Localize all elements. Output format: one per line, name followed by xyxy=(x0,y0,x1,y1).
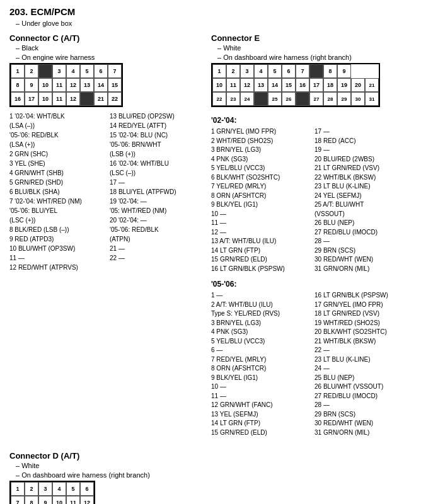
e-pin-19: 19 xyxy=(337,78,351,92)
pin-item: (LSA (–)) xyxy=(9,122,105,130)
list-item: 30 RED/WHT (WEN) xyxy=(314,255,412,265)
list-item: 11 — xyxy=(211,392,308,401)
list-item: 15 GRN/RED (ELD) xyxy=(211,428,308,438)
pin-item: (LSC (–)) xyxy=(110,169,205,178)
list-item: 22 WHT/BLK (BKSW) xyxy=(314,173,412,183)
d-pin-10: 10 xyxy=(52,496,66,504)
pin-item: 9 RED (ATPD3) xyxy=(9,235,105,244)
connector-c-title: Connector C (A/T) xyxy=(9,33,205,43)
pin-item: '05: WHT/RED (NM) xyxy=(110,207,205,215)
main-content: Connector C (A/T) – Black – On engine wi… xyxy=(9,33,412,444)
pin-item: (LSB (+)) xyxy=(110,150,205,159)
page-location: – Under glove box xyxy=(16,20,412,27)
pin-22: 22 xyxy=(108,92,122,106)
list-item: 20 BLK/WHT (SO2SHTC) xyxy=(314,328,412,337)
list-item: 14 LT GRN (FTP) xyxy=(211,419,308,428)
e-pin-8: 8 xyxy=(323,64,337,78)
list-item: 24 YEL (SEFMJ) xyxy=(314,192,412,201)
e-pin-11: 11 xyxy=(226,78,240,92)
year-0506-col2: 16 LT GRN/BLK (PSPSW)17 GRN/YEL (IMO FPR… xyxy=(314,291,412,437)
connector-c-location: – On engine wire harness xyxy=(16,54,205,61)
d-pin-3: 3 xyxy=(38,482,52,496)
e-pin-1: 1 xyxy=(212,64,226,78)
e-pin-21: 21 xyxy=(365,78,379,92)
d-pin-9: 9 xyxy=(38,496,52,504)
list-item: 19 — xyxy=(314,146,412,155)
e-pin-30: 30 xyxy=(351,92,365,106)
pin-item: 21 — xyxy=(110,244,205,253)
list-item: 26 BLU (NEP) xyxy=(314,219,412,228)
connector-e-row1: 1 2 3 4 5 6 7 8 9 xyxy=(212,64,379,78)
connector-e-diagram: 1 2 3 4 5 6 7 8 9 10 11 12 13 14 15 16 1… xyxy=(211,63,380,107)
pin-1: 1 xyxy=(11,64,25,78)
page-header: 203. ECM/PCM – Under glove box xyxy=(9,6,412,27)
e-pin-2: 2 xyxy=(226,64,240,78)
connector-c-diagram: 1 2 3 4 5 6 7 8 9 10 11 12 13 14 15 16 xyxy=(9,63,123,107)
list-item: 2 WHT/RED (SHO2S) xyxy=(211,137,308,146)
list-item: 3 BRN/YEL (LG3) xyxy=(211,319,308,328)
list-item: 7 YEL/RED (MRLY) xyxy=(211,182,308,192)
list-item: 18 RED (ACC) xyxy=(314,137,412,146)
list-item: 6 — xyxy=(211,346,308,355)
list-item: 21 WHT/BLK (BKSW) xyxy=(314,337,412,346)
list-item: 31 GRN/ORN (MIL) xyxy=(314,428,412,438)
e-pin-13: 13 xyxy=(254,78,268,92)
pin-4: 4 xyxy=(66,64,80,78)
connector-e-row3: 22 23 24 25 26 27 28 29 30 31 xyxy=(212,92,379,106)
list-item: 12 — xyxy=(211,228,308,238)
pin-item: '05-'06: RED/BLK xyxy=(9,131,105,140)
connector-d-row1: 1 2 3 4 5 6 xyxy=(11,482,94,496)
pin-item: 4 GRN/WHT (SHB) xyxy=(9,169,105,178)
d-pin-4: 4 xyxy=(52,482,66,496)
list-item: 31 GRN/ORN (MIL) xyxy=(314,265,412,274)
e-pin-25: 25 xyxy=(268,92,282,106)
e-pin-23: 23 xyxy=(226,92,240,106)
list-item: 12 GRN/WHT (FANC) xyxy=(211,401,308,410)
list-item: 22 — xyxy=(314,346,412,355)
pin-item: 22 — xyxy=(110,254,205,263)
pin-16: 16 xyxy=(11,92,25,106)
connector-d-diagram: 1 2 3 4 5 6 7 8 9 10 11 12 13 14 15 16 xyxy=(9,481,95,504)
e-spacer3 xyxy=(296,92,309,106)
d-pin-8: 8 xyxy=(25,496,38,504)
e-pin-12: 12 xyxy=(240,78,254,92)
list-item: 5 YEL/BLU (VCC3) xyxy=(211,164,308,173)
connector-c-pins-left: 1 '02-'04: WHT/BLK (LSA (–)) '05-'06: RE… xyxy=(9,112,105,273)
e-pin-14: 14 xyxy=(268,78,282,92)
list-item: 23 LT BLU (K-LINE) xyxy=(314,182,412,192)
list-item: 9 BLK/YEL (IG1) xyxy=(211,374,308,383)
d-pin-6: 6 xyxy=(80,482,94,496)
e-pin-27: 27 xyxy=(309,92,323,106)
year-0204-col2: 17 —18 RED (ACC)19 —20 BLU/RED (2WBS)21 … xyxy=(314,127,412,273)
e-pin-4: 4 xyxy=(254,64,268,78)
e-pin-9: 9 xyxy=(337,64,351,78)
connector-e-row2: 10 11 12 13 14 15 16 17 18 19 20 21 xyxy=(212,78,379,92)
e-pin-6: 6 xyxy=(282,64,296,78)
list-item: 3 BRN/YEL (LG3) xyxy=(211,146,308,155)
list-item: 20 BLU/RED (2WBS) xyxy=(314,155,412,164)
list-item: 17 GRN/YEL (IMO FPR) xyxy=(314,301,412,310)
list-item: 28 — xyxy=(314,401,412,410)
list-item: 4 PNK (SG3) xyxy=(211,328,308,337)
pin-item: 10 BLU/WHT (OP3SW) xyxy=(9,244,105,253)
pin-item: 13 BLU/RED (OP2SW) xyxy=(110,112,205,121)
pin-11b: 11 xyxy=(52,92,66,106)
connector-c-row2: 8 9 10 11 12 13 14 15 xyxy=(11,78,122,92)
connector-d-row2: 7 8 9 10 11 12 xyxy=(11,496,94,504)
connector-c-row3: 16 17 10 11 12 21 22 xyxy=(11,92,122,106)
e-pin-7: 7 xyxy=(296,64,309,78)
pin-item: 20 '02-'04: — xyxy=(110,216,205,225)
e-pin-20: 20 xyxy=(351,78,365,92)
pin-9: 9 xyxy=(25,78,38,92)
list-item: 24 — xyxy=(314,364,412,374)
pin-15: 15 xyxy=(108,78,122,92)
connector-d-section: Connector D (A/T) – White – On dashboard… xyxy=(9,451,205,504)
list-item: 9 BLK/YEL (IG1) xyxy=(211,200,308,210)
list-item: 1 GRN/YEL (IMO FPR) xyxy=(211,127,308,137)
pin-17: 17 xyxy=(25,92,38,106)
pin-12b: 12 xyxy=(66,92,80,106)
pin-item: 14 RED/YEL (ATFT) xyxy=(110,122,205,130)
pin-item: 7 '02-'04: WHT/RED (NM) xyxy=(9,197,105,206)
year-0204-label: '02-'04: xyxy=(211,116,412,125)
pin-item: 18 BLU/YEL (ATPFWD) xyxy=(110,188,205,197)
